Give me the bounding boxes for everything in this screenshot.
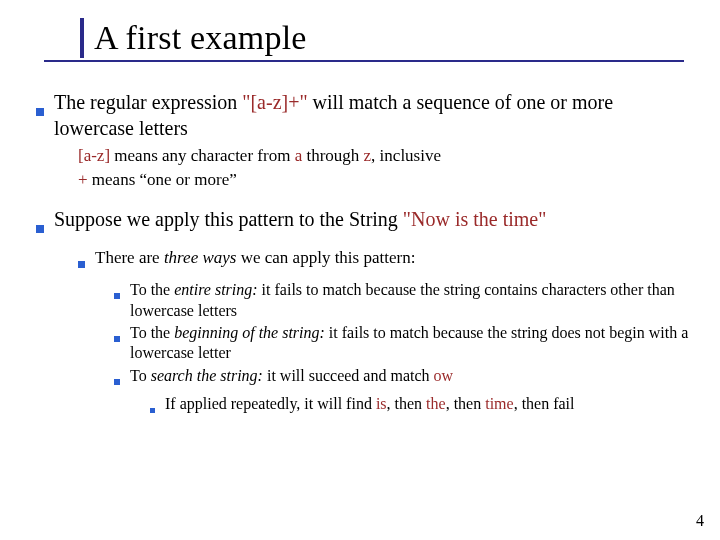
square-bullet-icon: [78, 261, 85, 268]
text: means “one or more”: [88, 170, 237, 189]
bullet-1: The regular expression "[a-z]+" will mat…: [36, 90, 692, 191]
square-bullet-icon: [36, 108, 44, 116]
code-literal: "[a-z]+": [242, 91, 307, 113]
square-bullet-icon: [36, 225, 44, 233]
text: through: [302, 146, 363, 165]
text: , inclusive: [371, 146, 441, 165]
text: , then: [446, 395, 486, 412]
title-block: A first example: [80, 18, 692, 58]
bullet-2-text: Suppose we apply this pattern to the Str…: [54, 207, 692, 233]
square-bullet-icon: [114, 379, 120, 385]
text: If applied repeatedly, it will find: [165, 395, 376, 412]
bullet-1b: + means “one or more”: [78, 169, 692, 191]
square-bullet-icon: [150, 408, 155, 413]
text: To: [130, 367, 151, 384]
page-number: 4: [696, 512, 704, 530]
text: , then: [387, 395, 427, 412]
text: To the: [130, 324, 174, 341]
bullet-2: Suppose we apply this pattern to the Str…: [36, 207, 692, 421]
code-literal: time: [485, 395, 513, 412]
bullet-2a2: To the beginning of the string: it fails…: [114, 323, 692, 364]
bullet-1-text: The regular expression "[a-z]+" will mat…: [54, 90, 692, 141]
text: To the: [130, 281, 174, 298]
bullet-2a3i: If applied repeatedly, it will find is, …: [150, 394, 692, 420]
text: it will succeed and match: [263, 367, 434, 384]
text: There are: [95, 248, 164, 267]
square-bullet-icon: [114, 293, 120, 299]
slide-content: The regular expression "[a-z]+" will mat…: [36, 90, 692, 421]
code-literal: is: [376, 395, 387, 412]
bullet-2a3: To search the string: it will succeed an…: [114, 366, 692, 421]
code-literal: [a-z]: [78, 146, 110, 165]
code-literal: the: [426, 395, 446, 412]
slide-title: A first example: [94, 19, 307, 57]
text-emph: beginning of the string:: [174, 324, 325, 341]
bullet-1a: [a-z] means any character from a through…: [78, 145, 692, 167]
text-emph: search the string:: [151, 367, 263, 384]
bullet-2a: There are three ways we can apply this p…: [78, 247, 692, 421]
text: Suppose we apply this pattern to the Str…: [54, 208, 403, 230]
text-emph: entire string:: [174, 281, 257, 298]
slide: A first example The regular expression "…: [0, 0, 720, 540]
text: we can apply this pattern:: [236, 248, 415, 267]
bullet-1-sub: [a-z] means any character from a through…: [78, 145, 692, 191]
text: , then fail: [514, 395, 575, 412]
text: means any character from: [110, 146, 295, 165]
square-bullet-icon: [114, 336, 120, 342]
bullet-2a-text: There are three ways we can apply this p…: [95, 247, 415, 269]
title-underline: [44, 60, 684, 62]
text-emph: three ways: [164, 248, 237, 267]
code-literal: ow: [434, 367, 454, 384]
title-accent-bar: [80, 18, 84, 58]
code-literal: +: [78, 170, 88, 189]
text: The regular expression: [54, 91, 242, 113]
bullet-2a1: To the entire string: it fails to match …: [114, 280, 692, 321]
code-literal: z: [364, 146, 372, 165]
code-literal: "Now is the time": [403, 208, 547, 230]
